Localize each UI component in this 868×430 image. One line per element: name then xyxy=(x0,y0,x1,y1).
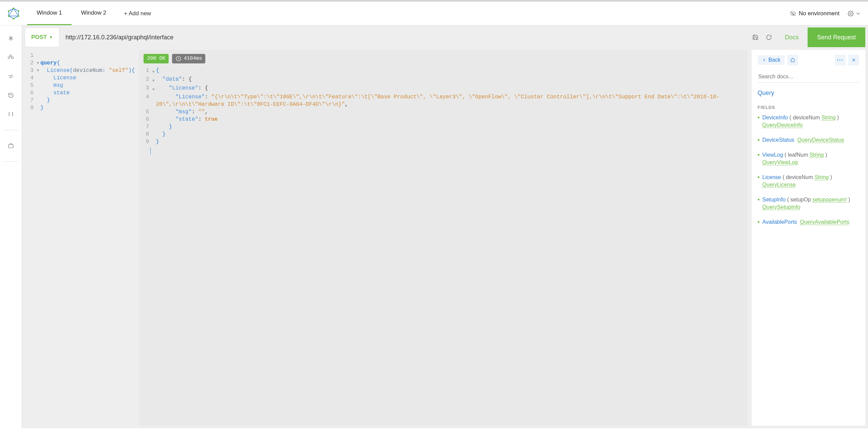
svg-marker-1 xyxy=(9,8,19,16)
save-icon[interactable] xyxy=(752,34,758,40)
query-editor[interactable]: 1 2▼query{ 3▼ License(deviceNum: "self")… xyxy=(25,50,135,426)
settings-button[interactable] xyxy=(848,11,861,17)
docs-field-item[interactable]: AvailablePorts QueryAvailablePorts xyxy=(758,218,859,226)
status-badge: 200 OK xyxy=(144,54,169,63)
app-logo xyxy=(0,2,27,25)
main-area: POST ▼ Docs Send Request 1 2▼query{ 3▼ L… xyxy=(22,25,868,428)
sidebar-pre-request[interactable] xyxy=(3,72,18,81)
url-input[interactable] xyxy=(62,27,746,47)
send-request-button[interactable]: Send Request xyxy=(808,27,865,47)
docs-field-item[interactable]: DeviceStatus QueryDeviceStatus xyxy=(758,136,859,144)
docs-search-input[interactable] xyxy=(758,71,859,83)
docs-panel: Back ··· Query FIELDS DeviceInfo ( devic… xyxy=(752,50,865,426)
graphql-logo-icon xyxy=(7,7,20,20)
environment-button[interactable]: No environment xyxy=(790,10,839,17)
svg-point-9 xyxy=(8,10,10,12)
curly-braces-icon xyxy=(8,111,14,117)
docs-close-button[interactable] xyxy=(848,55,859,65)
history-icon xyxy=(8,92,14,98)
docs-back-button[interactable]: Back xyxy=(758,55,785,65)
method-label: POST xyxy=(31,34,47,41)
add-window-tab[interactable]: + Add new xyxy=(116,2,159,25)
svg-point-4 xyxy=(13,7,14,9)
docs-field-item[interactable]: ViewLog ( leafNum String ) QueryViewLog xyxy=(758,151,859,166)
sidebar-variables[interactable] xyxy=(3,34,18,43)
docs-field-list: DeviceInfo ( deviceNum String ) QueryDev… xyxy=(758,114,859,226)
arrows-swap-icon xyxy=(8,73,14,79)
url-bar: POST ▼ Docs Send Request xyxy=(25,27,865,47)
method-select[interactable]: POST ▼ xyxy=(25,27,59,47)
docs-field-item[interactable]: DeviceInfo ( deviceNum String ) QueryDev… xyxy=(758,114,859,129)
svg-point-6 xyxy=(18,15,19,17)
environment-label: No environment xyxy=(799,10,839,17)
sidebar-headers[interactable] xyxy=(3,53,18,62)
time-badge: 4104ms xyxy=(172,54,205,63)
sidebar-subscriptions[interactable] xyxy=(3,110,18,119)
svg-point-8 xyxy=(8,15,10,17)
cursor-caret xyxy=(150,148,151,154)
sidebar-history[interactable] xyxy=(3,91,18,100)
sidebar xyxy=(0,25,22,428)
briefcase-icon xyxy=(8,143,14,149)
gear-icon xyxy=(848,11,854,17)
docs-button[interactable]: Docs xyxy=(779,27,805,47)
svg-point-7 xyxy=(13,18,14,19)
svg-point-10 xyxy=(850,13,852,14)
cubes-icon xyxy=(8,54,14,60)
docs-more-button[interactable]: ··· xyxy=(835,55,846,65)
chevron-down-icon xyxy=(855,11,861,17)
window-tab-2[interactable]: Window 2 xyxy=(72,2,116,25)
result-panel: 200 OK 4104ms 1▼{ 2▼ "data": { 3▼ "Licen… xyxy=(139,50,747,426)
clock-icon xyxy=(175,56,182,62)
docs-root-type[interactable]: Query xyxy=(758,90,859,97)
header: Window 1 Window 2 + Add new No environme… xyxy=(0,2,868,25)
docs-field-item[interactable]: License ( deviceNum String ) QueryLicens… xyxy=(758,174,859,189)
svg-point-5 xyxy=(18,10,19,12)
docs-home-button[interactable] xyxy=(787,55,798,65)
sidebar-collections[interactable] xyxy=(3,141,18,151)
eye-off-icon xyxy=(790,11,796,17)
triangle-down-icon: ▼ xyxy=(49,35,53,40)
svg-rect-14 xyxy=(8,144,13,148)
docs-fields-label: FIELDS xyxy=(758,105,859,110)
docs-field-item[interactable]: SetupInfo ( setupOp setupopenum! ) Query… xyxy=(758,196,859,211)
reload-icon[interactable] xyxy=(766,34,772,40)
window-tabs: Window 1 Window 2 + Add new xyxy=(27,2,159,25)
snowflake-icon xyxy=(8,35,14,41)
window-tab-1[interactable]: Window 1 xyxy=(27,2,72,25)
